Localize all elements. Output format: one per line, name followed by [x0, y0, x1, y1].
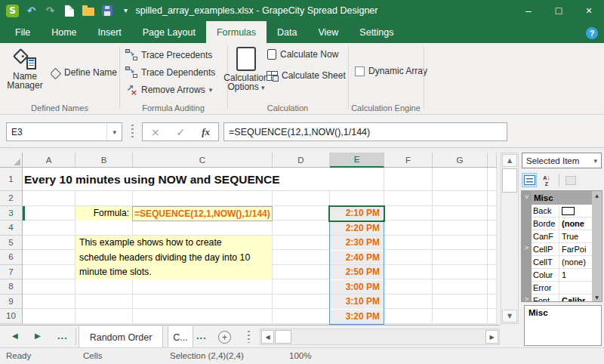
scroll-left-icon[interactable]: ◀	[261, 330, 274, 344]
grid-cell[interactable]	[433, 265, 488, 280]
property-value[interactable]: (none	[559, 217, 592, 230]
property-row-cellt[interactable]: CellT(none)	[532, 256, 592, 269]
grid-cell[interactable]	[488, 168, 497, 191]
horizontal-scroll-thumb[interactable]	[275, 330, 291, 344]
grid-cell[interactable]	[384, 168, 433, 191]
calculation-options-button[interactable]: Calculation Options ▾	[229, 47, 263, 92]
property-value[interactable]: Calibr	[559, 295, 592, 302]
grid-cell[interactable]	[133, 191, 273, 206]
grid-cell[interactable]	[133, 309, 273, 324]
grid-cell[interactable]	[433, 309, 488, 324]
qat-customize-icon[interactable]: ▾	[119, 5, 132, 17]
enter-icon[interactable]: ✓	[177, 126, 186, 138]
undo-icon[interactable]: ↶	[25, 5, 38, 17]
sheet-tab-random-order[interactable]: Random Order	[79, 326, 163, 348]
status-zoom[interactable]: 100%	[289, 351, 311, 360]
property-value[interactable]: 1	[559, 269, 592, 281]
collapse-chevron-icon[interactable]: v	[522, 193, 532, 200]
grid-cell[interactable]	[488, 309, 497, 324]
grid-cell[interactable]	[273, 206, 330, 221]
grid-cell[interactable]	[488, 236, 497, 251]
chevron-down-icon[interactable]: ▾	[106, 123, 122, 140]
grid-cell[interactable]	[273, 309, 330, 324]
grid-cell[interactable]	[384, 236, 433, 251]
property-value[interactable]: (none)	[559, 256, 592, 268]
dynamic-array-checkbox[interactable]: Dynamic Array	[355, 66, 427, 76]
grid-cell[interactable]	[488, 295, 497, 310]
grid-cell[interactable]	[488, 206, 497, 221]
scroll-right-icon[interactable]: ▶	[485, 330, 498, 344]
time-cell-e3[interactable]: 2:10 PM	[330, 206, 384, 221]
grid-cell[interactable]	[273, 221, 330, 236]
row-header-5[interactable]: 5	[0, 236, 23, 251]
save-icon[interactable]	[100, 5, 113, 17]
grid-cell[interactable]	[273, 279, 330, 295]
grid-cell[interactable]	[273, 236, 330, 251]
tab-home[interactable]: Home	[41, 21, 87, 43]
property-row-error[interactable]: Error	[532, 282, 592, 295]
grid-cell[interactable]	[433, 250, 488, 265]
scroll-up-icon[interactable]: ▲	[592, 193, 602, 198]
grid-cell[interactable]	[23, 236, 76, 251]
cancel-icon[interactable]: ×	[151, 126, 160, 138]
scroll-down-icon[interactable]: ▼	[592, 295, 602, 300]
row-header-10[interactable]: 10	[0, 309, 23, 324]
grid-cell[interactable]	[433, 221, 488, 236]
tab-view[interactable]: View	[307, 21, 349, 43]
property-row-borde[interactable]: Borde(none	[532, 217, 592, 230]
tab-file[interactable]: File	[5, 21, 41, 43]
formula-input[interactable]: =SEQUENCE(12,1,NOW(),1/144)	[223, 122, 507, 141]
time-cell-e4[interactable]: 2:20 PM	[330, 221, 384, 236]
name-manager-button[interactable]: Name Manager	[5, 47, 45, 91]
row-header-6[interactable]: 6	[0, 250, 23, 265]
remove-arrows-button[interactable]: Remove Arrows ▾	[125, 84, 212, 95]
select-all-corner[interactable]	[0, 153, 23, 168]
grid-cell[interactable]	[433, 295, 488, 310]
new-file-icon[interactable]	[63, 5, 76, 17]
time-cell-e10[interactable]: 3:20 PM	[330, 310, 384, 324]
close-button[interactable]: ×	[574, 0, 604, 21]
property-row-back[interactable]: Back	[532, 205, 592, 217]
grid-cell[interactable]	[488, 250, 497, 265]
grid-cell[interactable]	[433, 191, 488, 206]
property-grid-scrollbar[interactable]: ▲▼	[592, 191, 602, 301]
grid-cell[interactable]	[273, 191, 330, 206]
help-icon[interactable]: ?	[586, 27, 598, 39]
property-row-colur[interactable]: Colur1	[532, 269, 592, 282]
expand-chevron-icon[interactable]: >	[522, 296, 532, 302]
tab-settings[interactable]: Settings	[349, 21, 404, 43]
selected-item-dropdown[interactable]: Selected Item ▾	[522, 153, 602, 168]
grid-cell[interactable]	[23, 206, 76, 221]
property-row-cellp[interactable]: CellPFarPoi	[532, 243, 592, 256]
formula-label-cell[interactable]: Formula:	[76, 206, 132, 221]
property-value[interactable]: FarPoi	[559, 243, 592, 255]
row-header-1[interactable]: 1	[0, 168, 23, 191]
property-row-canf[interactable]: CanFTrue	[532, 230, 592, 243]
sheet-title-cell[interactable]: Every 10 minutes using NOW and SEQUENCE	[24, 168, 384, 190]
grid-cell[interactable]	[384, 295, 433, 310]
formula-value-cell[interactable]: =SEQUENCE(12,1,NOW(),1/144)	[132, 206, 273, 221]
note-block[interactable]: This example shows how to createschedule…	[76, 236, 272, 279]
column-header-f[interactable]: F	[384, 153, 433, 168]
scroll-up-icon[interactable]: ▲	[502, 154, 517, 167]
grid-cell[interactable]	[76, 295, 133, 310]
column-header-g[interactable]: G	[433, 153, 488, 168]
grid-cell[interactable]	[488, 279, 497, 295]
define-name-button[interactable]: Define Name	[50, 67, 117, 78]
grid-cell[interactable]	[23, 279, 76, 295]
row-header-7[interactable]: 7	[0, 265, 23, 280]
vertical-scroll-thumb[interactable]	[502, 168, 517, 193]
horizontal-scrollbar[interactable]: ◀ ▶	[260, 329, 500, 345]
grid-cell[interactable]	[76, 309, 133, 324]
property-category-misc[interactable]: Misc	[532, 191, 592, 205]
grid-cell[interactable]	[23, 250, 76, 265]
grid-cell[interactable]	[273, 250, 330, 265]
sheet-tab-c-[interactable]: C...	[168, 326, 193, 348]
trace-dependents-button[interactable]: ↘ Trace Dependents	[125, 66, 215, 78]
time-cell-e7[interactable]: 2:50 PM	[330, 265, 384, 279]
name-box[interactable]: E3 ▾	[6, 122, 122, 141]
grid-cell[interactable]	[488, 191, 497, 206]
tab-insert[interactable]: Insert	[88, 21, 132, 43]
trace-precedents-button[interactable]: ↘ Trace Precedents	[125, 49, 212, 60]
column-header-d[interactable]: D	[273, 153, 330, 168]
